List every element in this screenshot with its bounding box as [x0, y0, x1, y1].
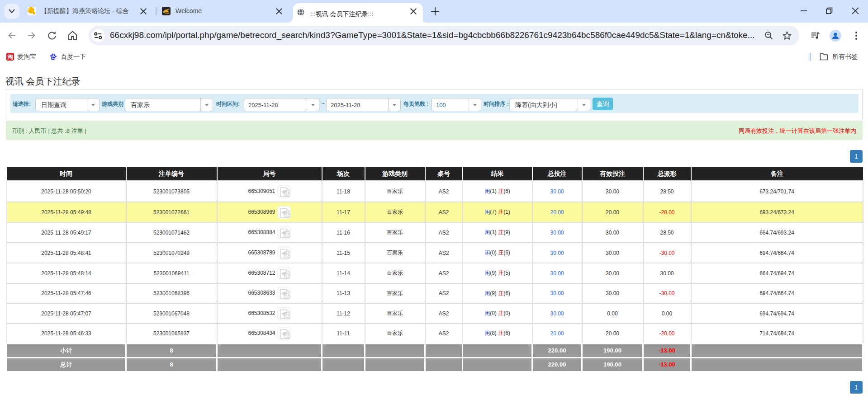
svg-text:淘: 淘 — [7, 54, 13, 60]
svg-text:du: du — [52, 57, 55, 60]
